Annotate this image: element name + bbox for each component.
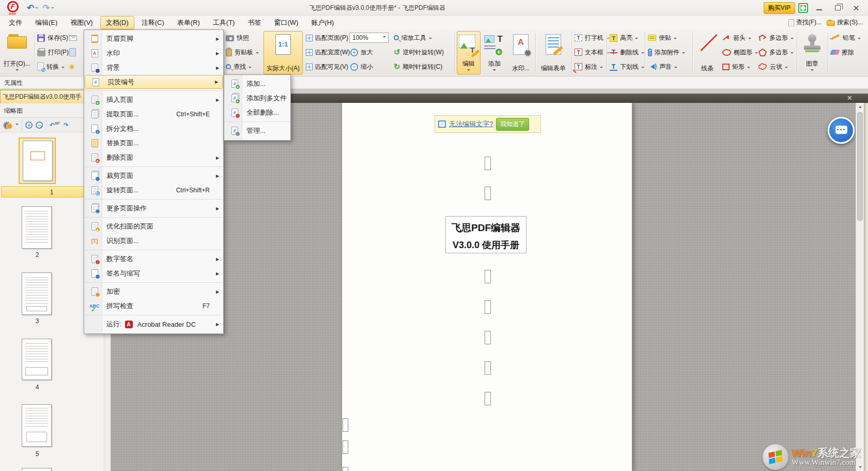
thumbnail-options-icon[interactable] [3, 121, 12, 129]
restore-button[interactable] [830, 2, 845, 13]
fit-width-button[interactable]: 匹配宽度(W) [306, 46, 350, 58]
customer-service-button[interactable] [828, 117, 855, 144]
menu-tools[interactable]: 工具(T) [207, 16, 241, 29]
menu-item-header-footer[interactable]: 页眉页脚 ▶ [84, 32, 223, 46]
menu-item-optimize-scanned[interactable]: ▲ 优化扫面的页面 [84, 219, 223, 234]
favorite-icon[interactable]: ✱ [69, 60, 75, 73]
menu-item-rotate-pages[interactable]: ↻ 旋转页面... Ctrl+Shift+R [84, 183, 223, 197]
find-button[interactable]: 查找(F)... [788, 18, 822, 27]
stamp-button[interactable]: 图章 [799, 31, 826, 74]
thumbnail-page-2[interactable] [22, 206, 52, 249]
arrow-shape-button[interactable]: 箭头 [722, 32, 751, 44]
watermark-button[interactable]: A 水印... [508, 31, 533, 74]
undo-dropdown-icon[interactable] [35, 7, 38, 10]
close-button[interactable]: ✕ [848, 2, 864, 13]
menu-window[interactable]: 窗口(W) [268, 16, 304, 29]
vip-grid-icon[interactable] [798, 3, 808, 13]
document-tab[interactable]: 飞思PDF编辑器v3.0.0使用手 [0, 90, 87, 103]
thumbnail-number-3[interactable]: 3 [0, 317, 74, 325]
sticky-note-button[interactable]: 便贴 [648, 32, 677, 44]
cannot-edit-link[interactable]: 无法编辑文字? [449, 119, 493, 129]
menu-comment[interactable]: 注释(C) [136, 16, 170, 29]
fit-page-button[interactable]: 匹配页面(P) [306, 32, 348, 44]
menu-form[interactable]: 表单(R) [172, 16, 206, 29]
textbox-button[interactable]: T 文本框 [575, 46, 609, 58]
submenu-item-add-multiple[interactable]: #+ 添加到多文件 [224, 91, 290, 105]
polygon-button[interactable]: 多边形 [758, 46, 794, 58]
thumbnail-page-5[interactable] [22, 404, 52, 447]
typewriter-button[interactable]: T 打字机 [575, 32, 609, 44]
undo-icon[interactable]: ↶ [27, 3, 34, 13]
menu-item-watermark[interactable]: A 水印 ▶ [84, 46, 223, 60]
share-icon[interactable] [69, 46, 76, 58]
menu-item-encrypt[interactable]: 加密 ▶ [84, 284, 223, 299]
menu-item-more-page-actions[interactable]: … 更多页面操作 ▶ [84, 201, 223, 216]
thumbnail-options-dropdown-icon[interactable] [16, 124, 19, 127]
add-content-button[interactable]: T+ 添加 [483, 31, 506, 74]
menu-item-sign-initials[interactable]: 签名与缩写 ▶ [84, 266, 223, 281]
document-scrollbar-thumb[interactable] [857, 112, 863, 221]
menu-account[interactable]: 账户(H) [305, 16, 339, 29]
menu-item-ocr-pages[interactable]: [T] 识别页面... [84, 234, 223, 248]
minimize-button[interactable] [811, 2, 827, 13]
menu-item-split-document[interactable]: ↕ 拆分文档... [84, 121, 223, 136]
open-button[interactable]: 打开(O)... [2, 31, 32, 74]
menu-file[interactable]: 文件 [3, 16, 28, 29]
underline-button[interactable]: T 下划线 [610, 60, 644, 73]
zoom-tool-button[interactable]: 缩放工具 [394, 32, 432, 44]
print-button[interactable]: 打印(P)... [37, 46, 74, 58]
thumbnail-page-1[interactable] [19, 138, 56, 184]
submenu-item-remove-all[interactable]: # 全部删除... [224, 105, 290, 120]
menu-item-bates-numbering[interactable]: # 贝茨编号 ▶ [85, 75, 223, 89]
thumbnail-page-6[interactable] [22, 468, 52, 471]
menu-item-digital-signature[interactable]: 数字签名 ▶ [84, 252, 223, 266]
menu-view[interactable]: 视图(V) [65, 16, 98, 29]
line-button[interactable]: 线条 [694, 31, 720, 74]
menu-item-replace-pages[interactable]: 替换页面... [84, 136, 223, 150]
snapshot-button[interactable]: 快照 [226, 32, 249, 44]
scroll-up-icon[interactable]: ▲ [856, 103, 864, 111]
menu-item-crop-pages[interactable]: 裁剪页面 ▶ [84, 169, 223, 183]
edit-form-button[interactable]: 编辑表单 [537, 31, 569, 74]
menu-item-run-acrobat[interactable]: 运行: A Acrobat Reader DC ▶ [84, 317, 223, 331]
ellipse-button[interactable]: 椭圆形 [722, 46, 758, 58]
submenu-item-add[interactable]: #+ 添加... [224, 77, 290, 91]
document-viewport[interactable]: 无法编辑文字? 我知道了 飞思PDF编辑器 V3.0.0 使用手册 ▲ [111, 103, 868, 471]
clipboard-button[interactable]: 剪贴板 [226, 46, 259, 58]
menu-document[interactable]: 文档(D) [100, 16, 134, 29]
zoom-in-button[interactable]: + 放大 [350, 46, 373, 58]
thumbnail-zoom-in-icon[interactable]: + [25, 121, 33, 129]
document-scrollbar[interactable]: ▲ ▼ [856, 103, 864, 471]
search-button[interactable]: 搜索(S)... [827, 18, 863, 27]
menu-item-extract-pages[interactable]: 提取页面... Ctrl+Shift+E [84, 107, 223, 121]
rotate-right-icon[interactable]: ↷ [64, 121, 69, 129]
got-it-button[interactable]: 我知道了 [496, 118, 529, 131]
pencil-button[interactable]: 铅笔 [831, 32, 861, 44]
redo-icon[interactable]: ↷ [42, 3, 50, 13]
rotate-cw-button[interactable]: ↻ 顺时针旋转(C) [394, 60, 442, 73]
zoom-out-button[interactable]: − 缩小 [350, 60, 373, 73]
rotate-ccw-button[interactable]: ↺ 逆时针旋转(W) [394, 46, 444, 58]
callout-button[interactable]: T 标注 [575, 60, 603, 73]
attachment-button[interactable]: 添加附件 [648, 46, 685, 58]
rotate-left-icon[interactable]: ↶90° [50, 121, 60, 129]
edit-content-button[interactable]: T 编辑 [457, 31, 481, 74]
find-tool-button[interactable]: 查找 [226, 60, 252, 73]
menu-edit[interactable]: 编辑(E) [29, 16, 63, 29]
thumbnail-page-3[interactable] [22, 272, 52, 315]
menu-item-delete-pages[interactable]: × 删除页面 ▶ [84, 150, 223, 165]
polyline-button[interactable]: 多边形 [758, 32, 794, 44]
thumbnail-page-4[interactable] [22, 339, 52, 380]
redo-dropdown-icon[interactable] [51, 7, 54, 10]
send-mail-icon[interactable] [69, 32, 77, 44]
zoom-level-combobox[interactable]: 100% [349, 33, 389, 43]
thumbnail-number-5[interactable]: 5 [0, 450, 74, 458]
save-button[interactable]: 保存(S) [37, 32, 68, 44]
highlight-button[interactable]: T 高亮 [610, 32, 638, 44]
convert-button[interactable]: ↻ 转换 [37, 60, 65, 73]
sound-button[interactable]: 声音 [648, 60, 677, 73]
cloud-button[interactable]: 云状 [758, 60, 788, 73]
menu-bookmark[interactable]: 书签 [242, 16, 267, 29]
eraser-button[interactable]: 擦除 [831, 46, 854, 58]
menu-item-insert-pages[interactable]: + 插入页面 ▶ [84, 93, 223, 107]
